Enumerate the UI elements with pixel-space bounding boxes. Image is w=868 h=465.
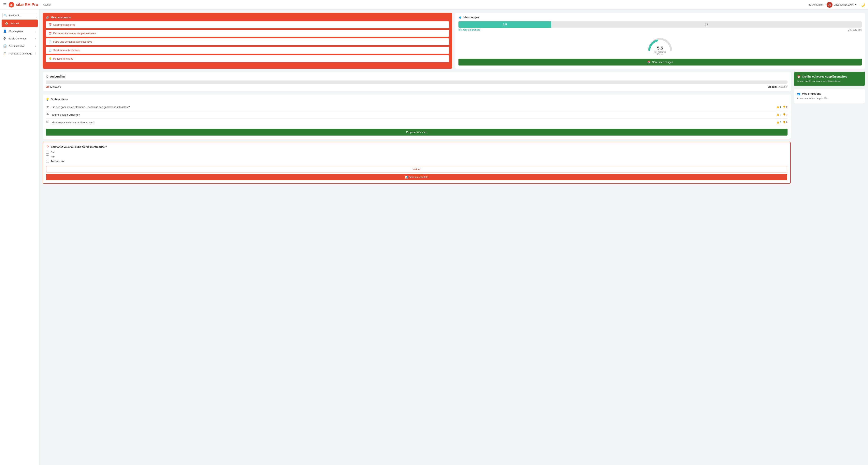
conges-gauge-wrap: 5.5 [646, 35, 674, 50]
search-icon: 🔍 [4, 14, 7, 17]
left-panel: ⏱ Aujourd'hui 0m Effectués 7h 48m Restan… [42, 72, 791, 184]
sidebar-item-administration[interactable]: 👔 Administration › [0, 42, 39, 50]
dark-mode-icon[interactable]: 🌙 [861, 3, 865, 7]
calendar-manage-icon: 📅 [647, 61, 650, 64]
sidebar-item-label-accueil: Accueil [10, 22, 19, 25]
entretiens-icon: 👥 [797, 92, 800, 95]
chevron-right-icon-2: › [35, 37, 36, 40]
conges-bar-taken: 5.5 [459, 21, 551, 28]
conges-gauge: 5.5 CP restants 18 pris [459, 34, 862, 57]
conges-bar-rest: 18 [551, 21, 862, 28]
user-menu[interactable]: JE Jacques ECLAIR ▾ [827, 2, 857, 8]
sidebar-item-label-admin: Administration [9, 44, 25, 48]
conges-gauge-value: 5.5 [657, 45, 663, 51]
survey-results-button[interactable]: 📊 Voir les résultats [46, 174, 787, 180]
vote-up-1[interactable]: 👍 1 [776, 105, 781, 108]
idee-votes-3: 👍 0 👎 0 [776, 121, 787, 124]
vote-up-2[interactable]: 👍 0 [776, 113, 781, 116]
boite-idees-title: 💡 Boite à idées [46, 98, 787, 101]
idee-votes-2: 👍 0 👎 1 [776, 113, 787, 116]
entretiens-card: 👥 Mes entretiens Aucun entretien de plan… [794, 89, 865, 103]
conges-bar: 5.5 18 [459, 21, 862, 28]
timer-icon: ⏱ [46, 75, 49, 78]
hamburger-icon[interactable]: ☰ [3, 2, 7, 7]
time-bar [46, 81, 787, 84]
list-item: 👁 Journée Team Building ? 👍 0 👎 1 [46, 111, 787, 119]
sidebar-item-label-saisie: Saisie du temps [8, 37, 27, 40]
survey-results-icon: 📊 [405, 176, 408, 179]
survey-title: ❓ Souhaitez vous faire une soirée d'entr… [46, 146, 787, 148]
entretiens-title: 👥 Mes entretiens [797, 92, 862, 95]
idee-votes-1: 👍 1 👎 0 [776, 105, 787, 108]
vote-down-1[interactable]: 👎 0 [782, 105, 787, 108]
raccourci-note-frais-button[interactable]: 🧾 Saisir une note de frais [46, 47, 449, 54]
idee-text-3: Mise en place d'une machine a café ? [52, 121, 774, 124]
sidebar-search-wrap[interactable]: 🔍 [2, 12, 37, 18]
vote-down-2[interactable]: 👎 1 [782, 113, 787, 116]
time-info: 0m Effectués 7h 48m Restants [46, 85, 787, 88]
aujourdhui-card: ⏱ Aujourd'hui 0m Effectués 7h 48m Restan… [42, 72, 791, 91]
sidebar-search-input[interactable] [8, 14, 35, 17]
survey-checkbox-peu-importe[interactable] [46, 160, 49, 163]
conges-card: 🧳 Mes congés 5.5 18 5.5 Jours à prendre … [455, 12, 865, 69]
bottom-row: ⏱ Aujourd'hui 0m Effectués 7h 48m Restan… [42, 72, 865, 184]
right-panel: ⏰ Crédits et heures supplémentaires Aucu… [794, 72, 865, 184]
sidebar: 🔍 🏠 Accueil 👤 Mon espace › ⏱ Saisie du t… [0, 9, 39, 187]
idee-text-1: Fin des gobelets en plastique... achelon… [52, 105, 774, 108]
document-icon: 📄 [49, 40, 52, 43]
annuaire-link[interactable]: 🗂 Annuaire [809, 3, 823, 6]
survey-checkbox-oui[interactable] [46, 151, 49, 154]
logo-icon: æ [8, 2, 14, 8]
eye-icon-1: 👁 [46, 105, 50, 109]
admin-icon: 👔 [3, 44, 7, 48]
chevron-right-icon: › [35, 30, 36, 32]
time-restants: 7h 48m Restants [768, 85, 787, 88]
sidebar-item-label-mon-espace: Mon espace [9, 30, 23, 33]
proposer-idee-button[interactable]: Proposer une idée [46, 129, 787, 135]
chevron-right-icon-3: › [35, 45, 36, 47]
conges-title: 🧳 Mes congés [459, 16, 862, 19]
survey-checkbox-non[interactable] [46, 155, 49, 158]
vote-down-3[interactable]: 👎 0 [782, 121, 787, 124]
layout: 🔍 🏠 Accueil 👤 Mon espace › ⏱ Saisie du t… [0, 9, 868, 187]
annuaire-icon: 🗂 [809, 3, 812, 6]
vote-up-3[interactable]: 👍 0 [776, 121, 781, 124]
survey-question-icon: ❓ [46, 146, 49, 148]
sidebar-item-mon-espace[interactable]: 👤 Mon espace › [0, 27, 39, 35]
entretiens-text: Aucun entretien de planifié [797, 97, 862, 100]
aujourdhui-title: ⏱ Aujourd'hui [46, 75, 787, 78]
board-icon: 📋 [3, 52, 7, 55]
conges-label-left: 5.5 Jours à prendre [459, 28, 480, 31]
home-icon: 🏠 [5, 22, 8, 25]
credits-card: ⏰ Crédits et heures supplémentaires Aucu… [794, 72, 865, 86]
calendar-icon: 📅 [49, 23, 52, 26]
raccourcis-title: 🔗 Mes raccourcis [46, 16, 449, 19]
home-nav-label[interactable]: Accueil [43, 3, 51, 6]
logo: æ silæ RH Pro [8, 2, 38, 8]
raccourci-pousser-idee-button[interactable]: 💡 Pousser une idée [46, 55, 449, 62]
clock-icon: ⏱ [3, 37, 6, 40]
raccourci-saisir-absence-button[interactable]: 📅 Saisir une absence [46, 21, 449, 28]
avatar-initials: JE [828, 3, 831, 6]
credits-title: ⏰ Crédits et heures supplémentaires [797, 75, 862, 78]
sidebar-item-saisie-du-temps[interactable]: ⏱ Saisie du temps › [0, 35, 39, 42]
bulb-icon: 💡 [46, 98, 49, 101]
raccourci-declarer-heures-button[interactable]: ⏰ Déclarer des heures supplémentaires [46, 30, 449, 37]
idea-icon: 💡 [49, 57, 52, 60]
survey-option-non: Non [46, 155, 787, 158]
annuaire-label: Annuaire [812, 3, 823, 6]
survey-option-oui: Oui [46, 151, 787, 154]
survey-validate-button[interactable]: Valider [46, 166, 787, 173]
sidebar-item-panneau[interactable]: 📋 Panneau d'affichage › [0, 50, 39, 57]
svg-text:æ: æ [10, 3, 12, 6]
conges-labels: 5.5 Jours à prendre 18 Jours pris [459, 28, 862, 31]
raccourci-demande-admin-button[interactable]: 📄 Faire une demande administrative [46, 38, 449, 45]
sidebar-item-label-panneau: Panneau d'affichage [9, 52, 32, 55]
survey-option-peu-importe: Peu importe [46, 160, 787, 163]
sidebar-item-accueil[interactable]: 🏠 Accueil [2, 20, 38, 27]
conges-gauge-label: CP restants 18 pris [654, 51, 665, 56]
eye-icon-3: 👁 [46, 121, 50, 124]
boite-idees-card: 💡 Boite à idées 👁 Fin des gobelets en pl… [42, 94, 791, 139]
raccourcis-card: 🔗 Mes raccourcis 📅 Saisir une absence ⏰ … [42, 12, 452, 69]
manage-conges-button[interactable]: 📅 Gérer mes congés [459, 59, 862, 65]
